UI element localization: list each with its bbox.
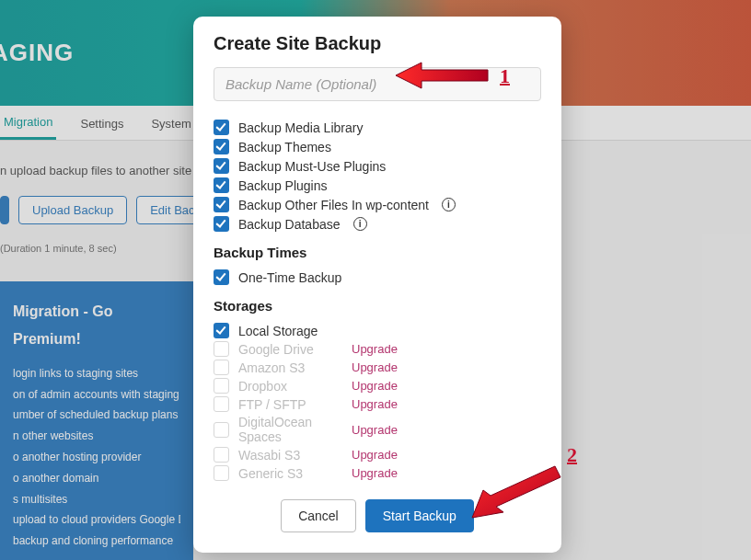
option-label: Backup Plugins [238, 178, 328, 193]
upgrade-link[interactable]: Upgrade [352, 379, 398, 393]
checkbox-icon [214, 139, 229, 154]
upgrade-link[interactable]: Upgrade [352, 423, 398, 437]
checkbox-icon [214, 422, 229, 438]
svg-marker-0 [396, 63, 488, 88]
option-label: Backup Database [238, 217, 341, 232]
option-media-library[interactable]: Backup Media Library [214, 120, 541, 135]
option-one-time[interactable]: One-Time Backup [214, 269, 541, 285]
storage-label: Google Drive [238, 342, 314, 357]
upgrade-link[interactable]: Upgrade [352, 360, 398, 374]
checkbox-icon [214, 447, 229, 463]
cancel-button[interactable]: Cancel [281, 499, 356, 532]
svg-marker-1 [472, 466, 560, 518]
option-label: Backup Must-Use Plugins [238, 159, 386, 174]
storage-digitalocean: DigitalOcean Spaces Upgrade [214, 415, 541, 444]
upgrade-link[interactable]: Upgrade [352, 466, 398, 480]
info-icon[interactable]: i [353, 217, 367, 231]
upgrade-link[interactable]: Upgrade [352, 342, 398, 356]
checkbox-icon [214, 216, 229, 232]
checkbox-icon [214, 378, 229, 394]
checkbox-icon [214, 158, 229, 174]
checkbox-icon [214, 396, 229, 412]
section-backup-times: Backup Times [214, 245, 541, 260]
upgrade-link[interactable]: Upgrade [352, 448, 398, 462]
option-label: Backup Other Files In wp-content [238, 198, 429, 212]
storage-label: FTP / SFTP [238, 397, 306, 412]
storage-label: Generic S3 [238, 466, 303, 481]
storage-ftp: FTP / SFTP Upgrade [214, 396, 541, 412]
arrow-icon [465, 464, 575, 529]
option-mu-plugins[interactable]: Backup Must-Use Plugins [214, 158, 541, 174]
checkbox-icon [214, 197, 229, 212]
checkbox-icon [214, 360, 229, 375]
storage-amazon-s3: Amazon S3 Upgrade [214, 360, 541, 375]
start-backup-button[interactable]: Start Backup [365, 499, 474, 532]
section-storages: Storages [214, 298, 541, 314]
modal-title: Create Site Backup [214, 33, 541, 54]
storage-label: Dropbox [238, 379, 287, 394]
option-label: Backup Media Library [238, 120, 363, 135]
option-other-files[interactable]: Backup Other Files In wp-content i [214, 197, 541, 212]
storage-dropbox: Dropbox Upgrade [214, 378, 541, 394]
storage-label: DigitalOcean Spaces [238, 415, 352, 444]
upgrade-link[interactable]: Upgrade [352, 397, 398, 411]
checkbox-icon [214, 465, 229, 481]
arrow-icon [396, 59, 497, 92]
storage-label: Local Storage [238, 324, 318, 338]
option-database[interactable]: Backup Database i [214, 216, 541, 232]
checkbox-icon [214, 120, 229, 135]
checkbox-icon [214, 177, 229, 193]
storage-wasabi: Wasabi S3 Upgrade [214, 447, 541, 463]
storage-label: Amazon S3 [238, 360, 305, 375]
checkbox-icon [214, 269, 229, 285]
storage-label: Wasabi S3 [238, 448, 300, 463]
checkbox-icon [214, 323, 229, 338]
option-themes[interactable]: Backup Themes [214, 139, 541, 154]
checkbox-icon [214, 341, 229, 357]
info-icon[interactable]: i [442, 198, 456, 211]
option-label: One-Time Backup [238, 270, 341, 285]
option-label: Backup Themes [238, 140, 331, 154]
option-plugins[interactable]: Backup Plugins [214, 177, 541, 193]
storage-local[interactable]: Local Storage [214, 323, 541, 338]
storage-google-drive: Google Drive Upgrade [214, 341, 541, 357]
